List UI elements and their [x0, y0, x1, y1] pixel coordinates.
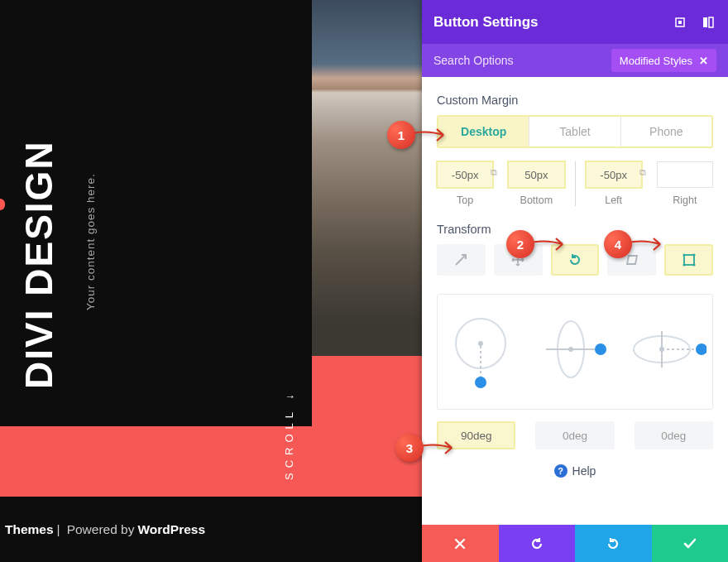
margin-right-input[interactable]: [658, 169, 712, 181]
svg-point-16: [595, 343, 606, 355]
margin-top-input[interactable]: [438, 169, 492, 181]
panel-title: Button Settings: [433, 14, 539, 31]
svg-rect-3: [709, 17, 713, 27]
svg-point-12: [475, 377, 486, 388]
rotate-icon: [568, 252, 582, 267]
margin-left-group: ⧉ Left: [586, 161, 642, 206]
annotation-1-badge: 1: [387, 121, 415, 149]
page-title: DIVI DESIGN: [17, 140, 61, 389]
custom-margin-title: Custom Margin: [437, 94, 713, 107]
link-icon[interactable]: ⧉: [635, 167, 651, 184]
margin-divider: [575, 161, 576, 206]
page-subhead: Your content goes here.: [84, 173, 97, 310]
margin-left-input[interactable]: [587, 169, 641, 181]
footer: Themes | Powered by WordPress: [0, 497, 422, 562]
footer-wordpress[interactable]: WordPress: [137, 522, 205, 537]
modified-styles-label: Modified Styles: [620, 55, 692, 67]
panel-header: Button Settings: [422, 0, 728, 44]
margin-top-input-wrap: ⧉: [437, 161, 493, 188]
deg-x-value[interactable]: 0deg: [635, 421, 713, 449]
tab-tablet[interactable]: Tablet: [529, 117, 620, 147]
annotation-1: 1: [387, 121, 445, 149]
annotation-4-badge: 4: [604, 230, 632, 258]
annotation-2: 2: [506, 230, 564, 258]
margin-top-label: Top: [437, 195, 493, 206]
margin-top-group: ⧉ Top: [437, 161, 493, 206]
help-row[interactable]: ? Help: [437, 464, 713, 478]
margin-bottom-input[interactable]: [509, 169, 563, 181]
expand-icon[interactable]: [672, 14, 688, 31]
close-icon[interactable]: ✕: [699, 55, 708, 67]
transform-title: Transform: [437, 223, 713, 236]
margin-left-input-wrap: ⧉: [586, 161, 642, 188]
cancel-button[interactable]: [422, 525, 499, 562]
tab-phone[interactable]: Phone: [620, 117, 711, 147]
svg-point-6: [692, 253, 695, 256]
panel-body: Custom Margin Desktop Tablet Phone ⧉ Top…: [422, 77, 728, 525]
margin-left-label: Left: [586, 195, 642, 206]
footer-sep: |: [57, 522, 60, 537]
scale-icon: [453, 252, 468, 267]
annotation-4: 4: [604, 230, 662, 258]
rotate-z-viz: [443, 306, 518, 397]
modified-styles-pill[interactable]: Modified Styles ✕: [611, 49, 716, 72]
origin-icon: [682, 252, 697, 267]
close-icon: [453, 537, 467, 550]
annotation-2-badge: 2: [506, 230, 534, 258]
margin-right-input-wrap: [657, 161, 713, 188]
help-label: Help: [572, 464, 596, 478]
link-icon[interactable]: ⧉: [486, 167, 502, 184]
annotation-3: 3: [395, 434, 453, 462]
hero-photo: [312, 0, 422, 356]
transform-tab-origin[interactable]: [664, 244, 713, 276]
tab-desktop[interactable]: Desktop: [438, 117, 529, 147]
redo-button[interactable]: [575, 525, 652, 562]
annotation-3-badge: 3: [395, 434, 424, 462]
svg-rect-4: [684, 255, 694, 265]
degree-row: 90deg 0deg 0deg: [437, 421, 713, 449]
transform-tabs: [437, 244, 713, 276]
svg-point-10: [478, 341, 483, 346]
svg-rect-2: [703, 17, 707, 27]
snap-icon[interactable]: [700, 14, 716, 31]
save-button[interactable]: [652, 525, 729, 562]
svg-point-20: [659, 347, 664, 352]
margin-bottom-group: Bottom: [508, 161, 564, 206]
redo-icon: [606, 536, 620, 551]
footer-themes[interactable]: Themes: [5, 522, 54, 537]
svg-point-15: [568, 347, 573, 352]
search-options[interactable]: Search Options: [433, 54, 514, 67]
rotate-x-viz: [624, 306, 706, 397]
margin-bottom-input-wrap: [508, 161, 564, 188]
help-icon: ?: [554, 464, 568, 478]
svg-point-7: [682, 263, 685, 266]
rotate-y-viz: [529, 306, 612, 397]
undo-button[interactable]: [499, 525, 576, 562]
check-icon: [682, 536, 697, 551]
scroll-label: SCROLL ↓: [283, 389, 295, 480]
margin-bottom-label: Bottom: [508, 195, 564, 206]
svg-rect-1: [678, 21, 682, 24]
svg-point-21: [696, 343, 706, 355]
device-tabs: Desktop Tablet Phone: [437, 115, 713, 148]
margin-row: ⧉ Top Bottom ⧉ Left: [437, 161, 713, 206]
undo-icon: [529, 536, 544, 551]
deg-y-value[interactable]: 0deg: [535, 421, 614, 449]
button-settings-panel: Button Settings Search Options Modified …: [422, 0, 728, 562]
svg-point-8: [692, 263, 695, 266]
margin-right-label: Right: [657, 195, 713, 206]
margin-right-group: Right: [657, 161, 713, 206]
panel-subheader: Search Options Modified Styles ✕: [422, 44, 728, 77]
transform-tab-scale[interactable]: [437, 244, 486, 276]
transform-visualizer[interactable]: [437, 294, 713, 410]
svg-point-5: [682, 253, 685, 256]
panel-action-bar: [422, 525, 728, 562]
footer-powered: Powered by: [67, 522, 135, 537]
